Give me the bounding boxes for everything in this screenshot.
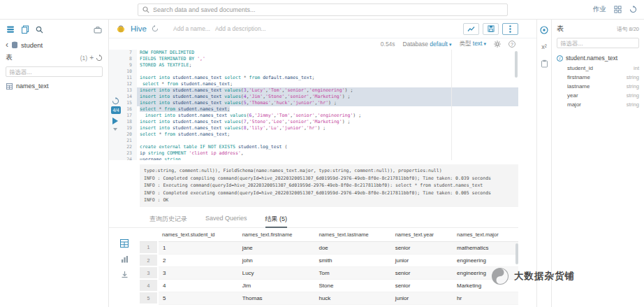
code-tokens: create external table IF NOT EXISTS stud… — [140, 144, 287, 150]
back-icon[interactable]: ‹ — [6, 42, 8, 48]
code-line[interactable]: 15insert into student.names_text values(… — [109, 100, 518, 106]
download-icon[interactable] — [121, 271, 129, 278]
code-line[interactable]: 8FIELDS TERMINATED BY ',' — [109, 56, 518, 62]
query-name-field[interactable]: Add a name... — [173, 25, 210, 32]
result-cell: junior — [391, 292, 453, 304]
code-line[interactable]: 18insert into student.names_text values(… — [109, 119, 518, 125]
grid-view-icon[interactable] — [120, 239, 129, 248]
result-row[interactable]: 44JimStoneseniorMarketing — [140, 279, 518, 292]
help-icon[interactable]: ? — [508, 41, 515, 48]
code-text: STORED AS TEXTFILE; — [137, 62, 518, 69]
result-row[interactable]: 22johnsmithjuniorengineering — [140, 254, 518, 266]
execute-options-icon[interactable] — [113, 128, 117, 131]
code-line[interactable]: 22create external table IF NOT EXISTS st… — [109, 144, 518, 150]
row-number-header — [140, 228, 158, 242]
tables-label: 表 — [6, 53, 13, 62]
editor-scrollbar[interactable] — [515, 51, 518, 78]
code-tokens: insert into student.names_text values(7,… — [140, 119, 350, 124]
result-cell: 1 — [158, 241, 238, 254]
code-text: ROW FORMAT DELIMITED — [137, 50, 518, 56]
settings-gear-icon[interactable] — [494, 41, 501, 48]
briefcase-icon[interactable] — [94, 26, 102, 34]
add-table-icon[interactable]: + — [89, 55, 94, 61]
code-tokens: ROW FORMAT DELIMITED — [140, 50, 194, 55]
results-area: names_text.student_idnames_text.firstnam… — [109, 228, 518, 307]
global-search-box[interactable] — [138, 3, 508, 16]
reload-icon[interactable] — [152, 25, 159, 32]
code-line[interactable]: 10 — [109, 69, 518, 75]
code-line[interactable]: 20select * from student.names_text; — [109, 131, 518, 138]
code-line[interactable]: 12 select * from student.names_text; — [109, 81, 518, 87]
code-line[interactable]: 7ROW FORMAT DELIMITED — [109, 50, 518, 56]
code-text — [137, 138, 518, 144]
table-item[interactable]: names_text — [6, 81, 103, 91]
code-editor[interactable]: 7ROW FORMAT DELIMITED8FIELDS TERMINATED … — [109, 50, 518, 160]
apps-grid-icon[interactable] — [614, 6, 622, 13]
tables-filter-input[interactable] — [6, 66, 103, 77]
code-line[interactable]: 24username string — [109, 157, 518, 160]
tab-query-history[interactable]: 查询历史记录 — [149, 210, 187, 227]
engine-label[interactable]: Hive — [131, 24, 147, 33]
results-scrollbar[interactable] — [515, 243, 518, 264]
query-description-field[interactable]: Add a description... — [215, 25, 266, 32]
right-panel-header: 表 语句 8/20 — [557, 22, 639, 38]
result-cell: engineering — [453, 266, 518, 279]
column-item[interactable]: yearstring — [557, 91, 639, 100]
databases-icon[interactable] — [6, 25, 15, 34]
code-line[interactable]: 19insert into student.names_text values(… — [109, 125, 518, 131]
right-panel-filter-input[interactable] — [557, 38, 639, 48]
tab-saved-queries[interactable]: Saved Queries — [205, 210, 247, 227]
result-cell: senior — [391, 266, 453, 279]
code-line[interactable]: 13insert into student.names_text values(… — [109, 87, 518, 94]
documents-icon[interactable] — [21, 25, 29, 34]
column-header[interactable]: names_text.major — [453, 228, 518, 242]
functions-icon[interactable]: x² — [541, 43, 547, 50]
column-header[interactable]: names_text.firstname — [238, 228, 315, 242]
active-table-name[interactable]: student.names_text — [566, 55, 617, 62]
chart-button[interactable] — [463, 23, 479, 35]
clipboard-icon[interactable] — [541, 59, 548, 68]
code-tokens: insert into student.names_text select * … — [140, 75, 315, 80]
column-header[interactable]: names_text.student_id — [158, 228, 238, 242]
row-number-cell: 5 — [140, 292, 158, 304]
column-item[interactable]: lastnamestring — [557, 82, 639, 91]
code-line[interactable]: 9STORED AS TEXTFILE; — [109, 62, 518, 69]
save-button[interactable] — [483, 23, 499, 35]
column-item[interactable]: student_idint — [557, 64, 639, 73]
more-button[interactable] — [502, 23, 518, 35]
result-row[interactable]: 55Thomashuckjuniorhr — [140, 292, 518, 304]
more-dots-icon — [509, 25, 511, 33]
column-item[interactable]: majorstring — [557, 100, 639, 109]
tab-results[interactable]: 结果 (5) — [265, 210, 288, 228]
column-item[interactable]: firstnamestring — [557, 73, 639, 82]
search-assist-icon[interactable] — [36, 26, 43, 34]
type-selector[interactable]: 类型 text▾ — [459, 40, 486, 48]
code-line[interactable]: 17 insert into student.names_text values… — [109, 113, 518, 119]
assistant-icon[interactable] — [540, 26, 548, 34]
global-search-input[interactable] — [153, 6, 503, 13]
results-table: names_text.student_idnames_text.firstnam… — [140, 228, 518, 306]
chart-view-icon[interactable] — [121, 255, 129, 263]
refresh-tables-icon[interactable] — [96, 55, 103, 62]
code-line[interactable]: 23ip string COMMENT 'client ip address', — [109, 150, 518, 157]
code-line[interactable]: 21 — [109, 138, 518, 144]
code-line[interactable]: 16select * from student.names_text; — [109, 106, 518, 113]
active-table-row[interactable]: i student.names_text — [557, 53, 639, 64]
info-icon[interactable]: i — [557, 55, 563, 62]
database-icon — [11, 41, 18, 49]
right-panel-title: 表 — [557, 24, 564, 34]
result-cell: 4 — [158, 279, 238, 292]
execute-button[interactable] — [112, 117, 118, 124]
history-icon[interactable] — [629, 6, 637, 13]
chart-line-icon — [467, 26, 475, 32]
result-row[interactable]: 33LucyTomseniorengineering — [140, 266, 518, 279]
column-header[interactable]: names_text.lastname — [314, 228, 390, 242]
code-line[interactable]: 11insert into student.names_text select … — [109, 75, 518, 81]
column-header[interactable]: names_text.year — [391, 228, 453, 242]
database-name[interactable]: student — [21, 41, 43, 49]
code-line[interactable]: 14insert into student.names_text values(… — [109, 94, 518, 100]
jobs-link[interactable]: 作业 — [593, 5, 606, 14]
result-row[interactable]: 11janedoeseniormathematics — [140, 241, 518, 254]
database-selector[interactable]: Database default▾ — [403, 41, 452, 48]
statement-refresh-icon[interactable] — [112, 97, 119, 105]
